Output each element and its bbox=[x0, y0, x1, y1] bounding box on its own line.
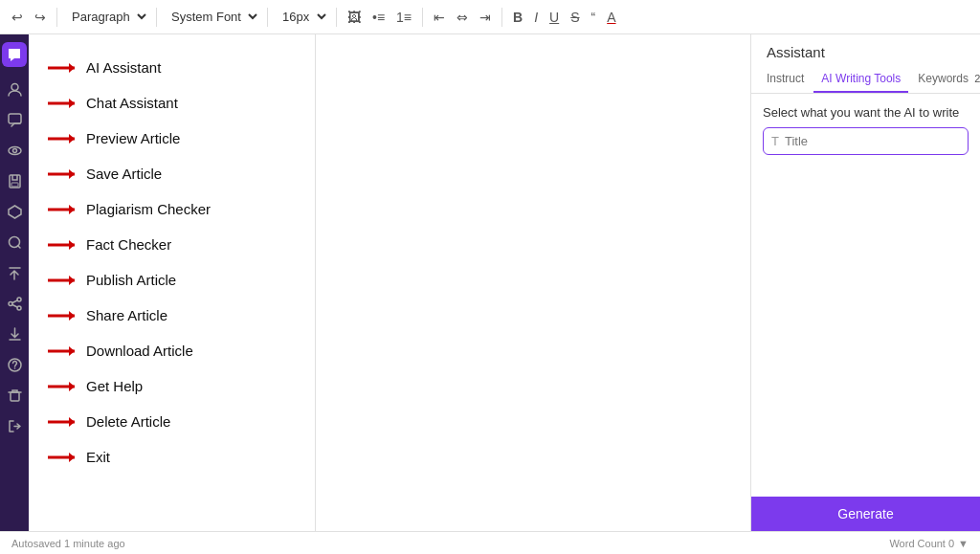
menu-label-preview-article: Preview Article bbox=[86, 130, 180, 146]
tab-instruct[interactable]: Instruct bbox=[759, 66, 812, 93]
menu-item-exit[interactable]: Exit bbox=[29, 439, 315, 475]
arrow-preview-article bbox=[48, 132, 75, 145]
numbered-list-button[interactable]: 1≡ bbox=[392, 8, 415, 27]
autosave-text: Autosaved 1 minute ago bbox=[11, 538, 125, 549]
chat-sidebar-icon[interactable] bbox=[2, 107, 27, 132]
svg-rect-5 bbox=[11, 183, 18, 187]
download-sidebar-icon[interactable] bbox=[2, 321, 27, 346]
svg-rect-1 bbox=[9, 114, 21, 123]
menu-item-save-article[interactable]: Save Article bbox=[29, 156, 315, 191]
keywords-badge: 29 bbox=[971, 73, 980, 84]
undo-button[interactable]: ↩ bbox=[8, 8, 27, 27]
svg-point-2 bbox=[9, 146, 21, 154]
arrow-plagiarism-checker bbox=[48, 203, 75, 216]
strikethrough-button[interactable]: S bbox=[567, 8, 583, 27]
menu-item-chat-assistant[interactable]: Chat Assistant bbox=[29, 85, 315, 121]
menu-item-publish-article[interactable]: Publish Article bbox=[29, 262, 315, 298]
arrow-fact-checker bbox=[48, 238, 75, 252]
redo-button[interactable]: ↪ bbox=[31, 8, 50, 27]
preview-sidebar-icon[interactable] bbox=[2, 138, 27, 163]
menu-label-chat-assistant: Chat Assistant bbox=[86, 95, 178, 111]
right-panel: Assistant Instruct AI Writing Tools Keyw… bbox=[750, 34, 980, 531]
menu-label-exit: Exit bbox=[86, 449, 110, 465]
font-select[interactable]: System Font bbox=[164, 7, 260, 27]
ai-assistant-sidebar-icon[interactable] bbox=[2, 77, 27, 101]
paragraph-select[interactable]: Paragraph Heading 1 Heading 2 bbox=[64, 7, 149, 27]
generate-button[interactable]: Generate bbox=[751, 497, 980, 531]
divider-4 bbox=[336, 8, 337, 27]
align-left-button[interactable]: ⇤ bbox=[430, 8, 449, 27]
size-select[interactable]: 16px 12px 14px 18px 24px bbox=[275, 7, 329, 27]
menu-label-ai-assistant: AI Assistant bbox=[86, 59, 161, 76]
menu-label-share-article: Share Article bbox=[86, 307, 167, 323]
logo-icon bbox=[2, 42, 27, 67]
arrow-chat-assistant bbox=[48, 97, 75, 110]
toolbar: ↩ ↪ Paragraph Heading 1 Heading 2 System… bbox=[0, 0, 980, 34]
divider-5 bbox=[422, 8, 423, 27]
divider-6 bbox=[501, 8, 502, 27]
arrow-get-help bbox=[48, 380, 75, 393]
panel-body: Select what you want the AI to write T bbox=[751, 94, 980, 497]
menu-item-get-help[interactable]: Get Help bbox=[29, 368, 315, 404]
menu-item-plagiarism-checker[interactable]: Plagiarism Checker bbox=[29, 191, 315, 227]
statusbar: Autosaved 1 minute ago Word Count 0 ▼ bbox=[0, 531, 980, 554]
svg-point-3 bbox=[12, 148, 16, 152]
factcheck-sidebar-icon[interactable] bbox=[2, 230, 27, 255]
word-count-chevron-icon: ▼ bbox=[958, 538, 969, 549]
color-button[interactable]: A bbox=[603, 8, 619, 27]
menu-label-publish-article: Publish Article bbox=[86, 272, 176, 288]
menu-item-fact-checker[interactable]: Fact Checker bbox=[29, 227, 315, 262]
menu-item-ai-assistant[interactable]: AI Assistant bbox=[29, 50, 315, 85]
menu-label-delete-article: Delete Article bbox=[86, 413, 170, 430]
image-button[interactable]: 🖼 bbox=[344, 8, 365, 27]
arrow-save-article bbox=[48, 167, 75, 181]
delete-sidebar-icon[interactable] bbox=[2, 383, 27, 408]
save-sidebar-icon[interactable] bbox=[2, 168, 27, 193]
divider-2 bbox=[156, 8, 157, 27]
keywords-label: Keywords bbox=[918, 72, 969, 85]
plagiarism-sidebar-icon[interactable] bbox=[2, 199, 27, 224]
select-label: Select what you want the AI to write bbox=[763, 105, 969, 120]
main-area: AI Assistant Chat Assistant Preview Arti… bbox=[0, 34, 980, 531]
divider-1 bbox=[56, 8, 57, 27]
sidebar bbox=[0, 34, 29, 531]
quote-button[interactable]: “ bbox=[588, 8, 600, 27]
share-sidebar-icon[interactable] bbox=[2, 291, 27, 316]
menu-label-download-article: Download Article bbox=[86, 343, 193, 359]
statusbar-right: Word Count 0 ▼ bbox=[889, 538, 969, 549]
arrow-publish-article bbox=[48, 274, 75, 287]
tab-keywords[interactable]: Keywords 29 bbox=[910, 66, 980, 93]
menu-label-fact-checker: Fact Checker bbox=[86, 236, 171, 253]
ai-write-input[interactable] bbox=[785, 134, 960, 148]
svg-point-0 bbox=[11, 83, 18, 90]
help-sidebar-icon[interactable] bbox=[2, 352, 27, 377]
publish-sidebar-icon[interactable] bbox=[2, 260, 27, 285]
panel-tabs: Instruct AI Writing Tools Keywords 29 SE… bbox=[751, 60, 980, 94]
menu-item-delete-article[interactable]: Delete Article bbox=[29, 404, 315, 439]
editor-area[interactable] bbox=[316, 34, 750, 531]
arrow-share-article bbox=[48, 309, 75, 322]
arrow-exit bbox=[48, 451, 75, 464]
menu-label-plagiarism-checker: Plagiarism Checker bbox=[86, 201, 211, 217]
arrow-download-article bbox=[48, 344, 75, 358]
arrow-delete-article bbox=[48, 415, 75, 429]
tab-ai-writing-tools[interactable]: AI Writing Tools bbox=[813, 66, 908, 93]
menu-item-preview-article[interactable]: Preview Article bbox=[29, 121, 315, 156]
divider-3 bbox=[267, 8, 268, 27]
svg-rect-12 bbox=[11, 392, 19, 401]
exit-sidebar-icon[interactable] bbox=[2, 413, 27, 438]
word-count-label: Word Count 0 bbox=[889, 538, 954, 549]
arrow-ai-assistant bbox=[48, 61, 75, 75]
bold-button[interactable]: B bbox=[509, 8, 526, 27]
align-right-button[interactable]: ⇥ bbox=[476, 8, 495, 27]
menu-label-get-help: Get Help bbox=[86, 378, 143, 394]
align-center-button[interactable]: ⇔ bbox=[453, 8, 472, 27]
bullet-list-button[interactable]: •≡ bbox=[368, 8, 389, 27]
menu-item-share-article[interactable]: Share Article bbox=[29, 298, 315, 333]
tooltip-menu: AI Assistant Chat Assistant Preview Arti… bbox=[29, 34, 316, 531]
menu-item-download-article[interactable]: Download Article bbox=[29, 333, 315, 368]
underline-button[interactable]: U bbox=[546, 8, 563, 27]
italic-button[interactable]: I bbox=[530, 8, 542, 27]
menu-label-save-article: Save Article bbox=[86, 166, 162, 182]
panel-title: Assistant bbox=[751, 34, 980, 60]
